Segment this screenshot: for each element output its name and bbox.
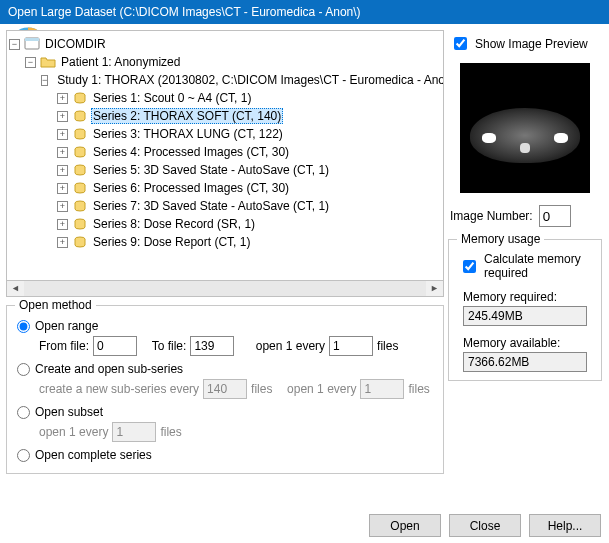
- expand-icon[interactable]: +: [57, 237, 68, 248]
- scroll-left-icon[interactable]: ◄: [7, 281, 24, 296]
- range-every-label: open 1 every: [256, 339, 325, 353]
- calc-memory-checkbox-row[interactable]: Calculate memory required: [459, 252, 591, 280]
- tree-series[interactable]: +Series 9: Dose Report (CT, 1): [57, 233, 441, 251]
- ct-highlight-icon: [554, 133, 568, 143]
- open-range-radio-row[interactable]: Open range: [17, 319, 433, 333]
- from-file-input[interactable]: [93, 336, 137, 356]
- open-subset-radio-row[interactable]: Open subset: [17, 405, 433, 419]
- tree-node-label[interactable]: Study 1: THORAX (20130802, C:\DICOM Imag…: [55, 72, 444, 88]
- expand-icon[interactable]: +: [57, 147, 68, 158]
- tree-node-label[interactable]: DICOMDIR: [43, 36, 108, 52]
- tree-node-label[interactable]: Patient 1: Anonymized: [59, 54, 182, 70]
- subseries-every-label: open 1 every: [287, 382, 356, 396]
- expand-icon[interactable]: +: [57, 129, 68, 140]
- ct-highlight-icon: [482, 133, 496, 143]
- expand-icon[interactable]: +: [57, 165, 68, 176]
- expand-icon[interactable]: +: [57, 183, 68, 194]
- open-subset-radio[interactable]: [17, 406, 30, 419]
- tree-node-label[interactable]: Series 2: THORAX SOFT (CT, 140): [91, 108, 283, 124]
- expand-icon[interactable]: +: [57, 93, 68, 104]
- memory-usage-group: Memory usage Calculate memory required M…: [448, 239, 602, 381]
- svg-rect-2: [25, 38, 39, 41]
- expand-icon[interactable]: +: [57, 111, 68, 122]
- tree-study[interactable]: −Study 1: THORAX (20130802, C:\DICOM Ima…: [41, 71, 441, 89]
- image-preview: [460, 63, 590, 193]
- open-method-legend: Open method: [15, 298, 96, 312]
- image-number-input[interactable]: [539, 205, 571, 227]
- tree-node-label[interactable]: Series 6: Processed Images (CT, 30): [91, 180, 291, 196]
- calc-memory-label: Calculate memory required: [484, 252, 591, 280]
- scroll-track[interactable]: [24, 281, 426, 296]
- tree-series[interactable]: +Series 8: Dose Record (SR, 1): [57, 215, 441, 233]
- scroll-right-icon[interactable]: ►: [426, 281, 443, 296]
- range-every-input[interactable]: [329, 336, 373, 356]
- tree-node-icon: [40, 54, 56, 70]
- memory-available-value: 7366.62MB: [463, 352, 587, 372]
- collapse-icon[interactable]: −: [9, 39, 20, 50]
- tree-series[interactable]: +Series 3: THORAX LUNG (CT, 122): [57, 125, 441, 143]
- ct-spine-icon: [520, 143, 530, 153]
- from-file-label: From file:: [39, 339, 89, 353]
- open-range-fields: From file: To file: open 1 every files: [39, 336, 433, 356]
- tree-series[interactable]: +Series 4: Processed Images (CT, 30): [57, 143, 441, 161]
- tree-hscrollbar[interactable]: ◄ ►: [6, 280, 444, 297]
- open-complete-radio-row[interactable]: Open complete series: [17, 448, 433, 462]
- to-file-input[interactable]: [190, 336, 234, 356]
- range-files-label: files: [377, 339, 398, 353]
- tree-series[interactable]: +Series 7: 3D Saved State - AutoSave (CT…: [57, 197, 441, 215]
- open-method-group: Open method Open range From file: To fil…: [6, 305, 444, 474]
- image-number-row: Image Number:: [450, 205, 602, 227]
- memory-required-label: Memory required:: [463, 290, 591, 304]
- expand-icon[interactable]: +: [57, 219, 68, 230]
- tree-patient[interactable]: −Patient 1: Anonymized: [25, 53, 441, 71]
- open-complete-label: Open complete series: [35, 448, 152, 462]
- subset-every-input: [112, 422, 156, 442]
- collapse-icon[interactable]: −: [25, 57, 36, 68]
- show-preview-checkbox[interactable]: [454, 37, 467, 50]
- tree-node-icon: [72, 90, 88, 106]
- open-range-radio[interactable]: [17, 320, 30, 333]
- tree-node-label[interactable]: Series 5: 3D Saved State - AutoSave (CT,…: [91, 162, 331, 178]
- tree-node-icon: [72, 162, 88, 178]
- subset-files-label: files: [160, 425, 181, 439]
- help-button[interactable]: Help...: [529, 514, 601, 537]
- tree-node-icon: [24, 36, 40, 52]
- tree-node-label[interactable]: Series 3: THORAX LUNG (CT, 122): [91, 126, 285, 142]
- open-subset-fields: open 1 every files: [39, 422, 433, 442]
- open-complete-radio[interactable]: [17, 449, 30, 462]
- tree-node-icon: [72, 144, 88, 160]
- calc-memory-checkbox[interactable]: [463, 260, 476, 273]
- window-titlebar: Open Large Dataset (C:\DICOM Images\CT -…: [0, 0, 609, 24]
- memory-usage-legend: Memory usage: [457, 232, 544, 246]
- open-subset-label: Open subset: [35, 405, 103, 419]
- expand-icon[interactable]: +: [57, 201, 68, 212]
- subseries-every-input: [360, 379, 404, 399]
- create-subseries-radio[interactable]: [17, 363, 30, 376]
- dataset-tree[interactable]: −DICOMDIR−Patient 1: Anonymized−Study 1:…: [6, 30, 444, 280]
- tree-node-label[interactable]: Series 8: Dose Record (SR, 1): [91, 216, 257, 232]
- tree-series[interactable]: +Series 5: 3D Saved State - AutoSave (CT…: [57, 161, 441, 179]
- tree-node-label[interactable]: Series 1: Scout 0 ~ A4 (CT, 1): [91, 90, 253, 106]
- tree-series[interactable]: +Series 2: THORAX SOFT (CT, 140): [57, 107, 441, 125]
- tree-node-icon: [72, 108, 88, 124]
- subset-every-label: open 1 every: [39, 425, 108, 439]
- collapse-icon[interactable]: −: [41, 75, 48, 86]
- open-button[interactable]: Open: [369, 514, 441, 537]
- dialog-buttons: Open Close Help...: [369, 514, 601, 537]
- tree-node-label[interactable]: Series 7: 3D Saved State - AutoSave (CT,…: [91, 198, 331, 214]
- close-button[interactable]: Close: [449, 514, 521, 537]
- tree-series[interactable]: +Series 6: Processed Images (CT, 30): [57, 179, 441, 197]
- tree-node-icon: [72, 180, 88, 196]
- image-number-label: Image Number:: [450, 209, 533, 223]
- to-file-label: To file:: [152, 339, 187, 353]
- tree-node-icon: [72, 198, 88, 214]
- tree-root[interactable]: −DICOMDIR: [9, 35, 441, 53]
- window-title: Open Large Dataset (C:\DICOM Images\CT -…: [8, 5, 361, 19]
- tree-node-label[interactable]: Series 9: Dose Report (CT, 1): [91, 234, 252, 250]
- show-preview-checkbox-row[interactable]: Show Image Preview: [450, 34, 602, 53]
- create-subseries-radio-row[interactable]: Create and open sub-series: [17, 362, 433, 376]
- show-preview-label: Show Image Preview: [475, 37, 588, 51]
- tree-series[interactable]: +Series 1: Scout 0 ~ A4 (CT, 1): [57, 89, 441, 107]
- memory-required-value: 245.49MB: [463, 306, 587, 326]
- tree-node-label[interactable]: Series 4: Processed Images (CT, 30): [91, 144, 291, 160]
